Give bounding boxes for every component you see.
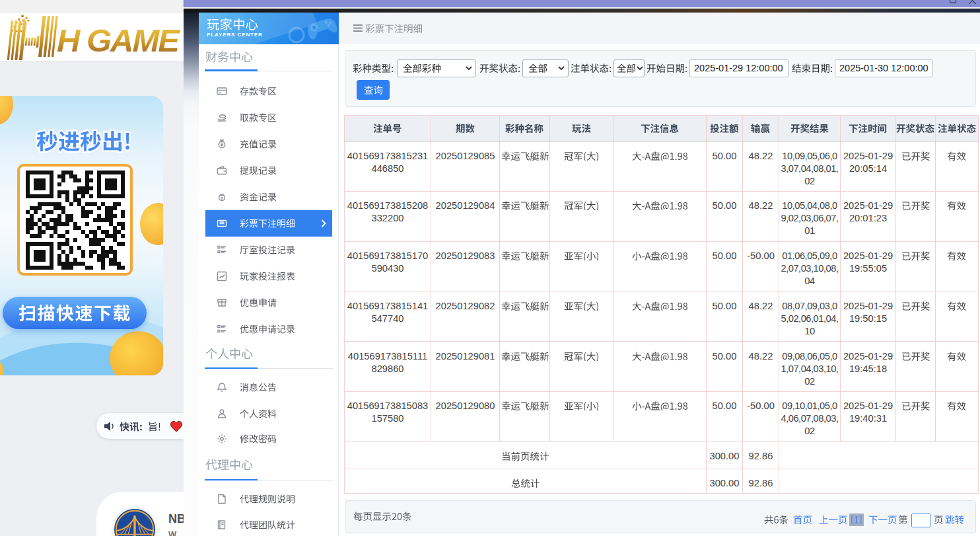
svg-text:H GAME: H GAME bbox=[57, 22, 180, 58]
